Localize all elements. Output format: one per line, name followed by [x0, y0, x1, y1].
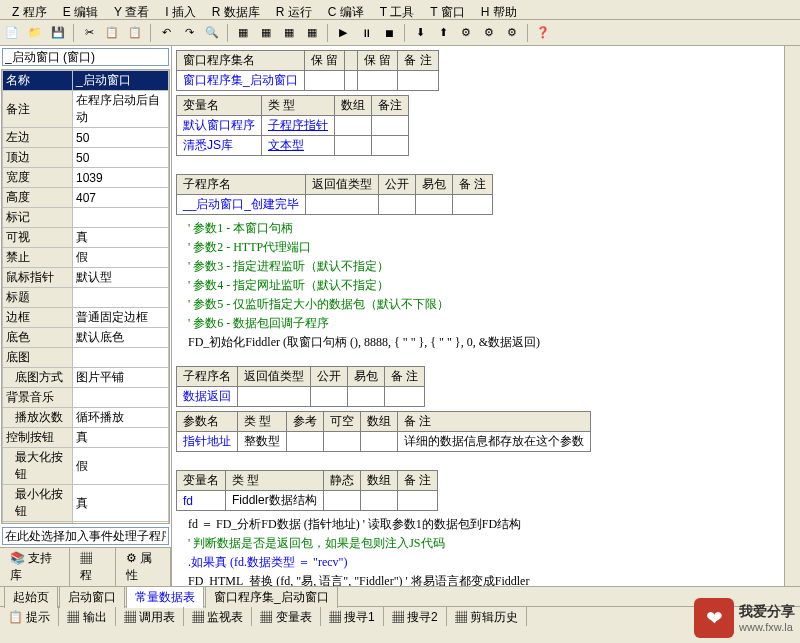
toolbar-button[interactable]: ▦ — [233, 23, 253, 43]
menu-item[interactable]: R 运行 — [268, 2, 320, 17]
toolbar-button[interactable]: ▦ — [279, 23, 299, 43]
left-tab-strip: 📚 支持库▦ 程⚙ 属性 — [0, 547, 171, 586]
prop-value[interactable]: 普通固定边框 — [73, 308, 169, 328]
vertical-scrollbar[interactable] — [784, 46, 800, 586]
watermark-url: www.fxw.la — [739, 621, 795, 633]
prop-value[interactable]: 50 — [73, 128, 169, 148]
left-tab[interactable]: ▦ 程 — [70, 548, 116, 586]
prop-value[interactable]: 真 — [73, 485, 169, 522]
prop-key: 鼠标指针 — [3, 268, 73, 288]
prop-key: 位置 — [3, 522, 73, 525]
prop-value[interactable]: 循环播放 — [73, 408, 169, 428]
code-editor[interactable]: 窗口程序集名保 留保 留备 注窗口程序集_启动窗口变量名类 型数组备注默认窗口程… — [172, 46, 784, 586]
toolbar-button[interactable]: ⚙ — [502, 23, 522, 43]
prop-key: 禁止 — [3, 248, 73, 268]
status-tab[interactable]: ▦ 监视表 — [184, 607, 252, 626]
object-selector[interactable] — [2, 48, 169, 66]
toolbar-button[interactable]: 💾 — [48, 23, 68, 43]
editor-tab[interactable]: 常量数据表 — [126, 586, 204, 608]
prop-key: 顶边 — [3, 148, 73, 168]
toolbar-button[interactable]: 📋 — [125, 23, 145, 43]
prop-value[interactable]: 默认型 — [73, 268, 169, 288]
prop-key: 标记 — [3, 208, 73, 228]
prop-value[interactable]: 图片平铺 — [73, 368, 169, 388]
toolbar-button[interactable]: ⚙ — [456, 23, 476, 43]
editor-tab[interactable]: 窗口程序集_启动窗口 — [205, 586, 338, 608]
prop-value[interactable] — [73, 388, 169, 408]
status-tab[interactable]: ▦ 搜寻2 — [384, 607, 447, 626]
prop-value[interactable]: 在程序启动后自动 — [73, 91, 169, 128]
prop-key: 名称 — [3, 71, 73, 91]
status-tab[interactable]: ▦ 调用表 — [116, 607, 184, 626]
prop-value[interactable]: 真 — [73, 428, 169, 448]
watermark: ❤ 我爱分享 www.fxw.la — [694, 598, 795, 638]
prop-key: 播放次数 — [3, 408, 73, 428]
toolbar-button[interactable]: ⏹ — [379, 23, 399, 43]
menu-item[interactable]: C 编译 — [320, 2, 372, 17]
watermark-logo: ❤ — [694, 598, 734, 638]
status-tab[interactable]: ▦ 输出 — [59, 607, 115, 626]
status-tab[interactable]: ▦ 搜寻1 — [321, 607, 384, 626]
menu-item[interactable]: E 编辑 — [55, 2, 106, 17]
prop-value[interactable] — [73, 348, 169, 368]
toolbar-button[interactable]: ▦ — [256, 23, 276, 43]
toolbar-button[interactable]: ▶ — [333, 23, 353, 43]
menubar: Z 程序E 编辑Y 查看I 插入R 数据库R 运行C 编译T 工具T 窗口H 帮… — [0, 0, 800, 20]
toolbar-button[interactable]: ↷ — [179, 23, 199, 43]
prop-value[interactable]: _启动窗口 — [73, 71, 169, 91]
left-panel: 名称_启动窗口备注在程序启动后自动左边50顶边50宽度1039高度407标记可视… — [0, 46, 172, 586]
toolbar-button[interactable]: 🔍 — [202, 23, 222, 43]
prop-key: 控制按钮 — [3, 428, 73, 448]
main-area: 名称_启动窗口备注在程序启动后自动左边50顶边50宽度1039高度407标记可视… — [0, 46, 800, 586]
left-tab[interactable]: ⚙ 属性 — [116, 548, 172, 586]
toolbar-button[interactable]: ⚙ — [479, 23, 499, 43]
toolbar: 📄📁💾✂📋📋↶↷🔍▦▦▦▦▶⏸⏹⬇⬆⚙⚙⚙❓ — [0, 20, 800, 46]
toolbar-button[interactable]: ⏸ — [356, 23, 376, 43]
prop-key: 左边 — [3, 128, 73, 148]
menu-item[interactable]: Y 查看 — [106, 2, 157, 17]
prop-key: 底图方式 — [3, 368, 73, 388]
toolbar-button[interactable]: ▦ — [302, 23, 322, 43]
toolbar-button[interactable]: ❓ — [533, 23, 553, 43]
status-tab[interactable]: 📋 提示 — [0, 607, 59, 626]
watermark-name: 我爱分享 — [739, 603, 795, 621]
prop-value[interactable]: 屏中 — [73, 522, 169, 525]
editor-tab[interactable]: 启动窗口 — [59, 586, 125, 608]
prop-key: 宽度 — [3, 168, 73, 188]
prop-key: 备注 — [3, 91, 73, 128]
prop-value[interactable] — [73, 288, 169, 308]
status-tab[interactable]: ▦ 变量表 — [252, 607, 320, 626]
menu-item[interactable]: H 帮助 — [473, 2, 525, 17]
menu-item[interactable]: T 工具 — [372, 2, 422, 17]
toolbar-button[interactable]: 📋 — [102, 23, 122, 43]
menu-item[interactable]: T 窗口 — [422, 2, 472, 17]
menu-item[interactable]: Z 程序 — [4, 2, 55, 17]
status-tab[interactable]: ▦ 剪辑历史 — [447, 607, 527, 626]
prop-value[interactable]: 假 — [73, 248, 169, 268]
editor-tabs: 起始页启动窗口常量数据表窗口程序集_启动窗口 — [0, 586, 800, 606]
prop-value[interactable]: 1039 — [73, 168, 169, 188]
toolbar-button[interactable]: 📁 — [25, 23, 45, 43]
toolbar-button[interactable]: 📄 — [2, 23, 22, 43]
prop-value[interactable]: 默认底色 — [73, 328, 169, 348]
status-panel: 📋 提示▦ 输出▦ 调用表▦ 监视表▦ 变量表▦ 搜寻1▦ 搜寻2▦ 剪辑历史 — [0, 606, 800, 626]
toolbar-button[interactable]: ⬆ — [433, 23, 453, 43]
prop-value[interactable]: 假 — [73, 448, 169, 485]
prop-key: 底色 — [3, 328, 73, 348]
prop-value[interactable]: 50 — [73, 148, 169, 168]
property-grid[interactable]: 名称_启动窗口备注在程序启动后自动左边50顶边50宽度1039高度407标记可视… — [1, 69, 170, 524]
left-tab[interactable]: 📚 支持库 — [0, 548, 70, 586]
prop-key: 最大化按钮 — [3, 448, 73, 485]
menu-item[interactable]: I 插入 — [157, 2, 204, 17]
menu-item[interactable]: R 数据库 — [204, 2, 268, 17]
prop-value[interactable] — [73, 208, 169, 228]
event-selector[interactable] — [2, 527, 169, 545]
prop-key: 标题 — [3, 288, 73, 308]
toolbar-button[interactable]: ↶ — [156, 23, 176, 43]
prop-value[interactable]: 真 — [73, 228, 169, 248]
toolbar-button[interactable]: ⬇ — [410, 23, 430, 43]
editor-tab[interactable]: 起始页 — [4, 586, 58, 608]
prop-key: 最小化按钮 — [3, 485, 73, 522]
prop-value[interactable]: 407 — [73, 188, 169, 208]
toolbar-button[interactable]: ✂ — [79, 23, 99, 43]
